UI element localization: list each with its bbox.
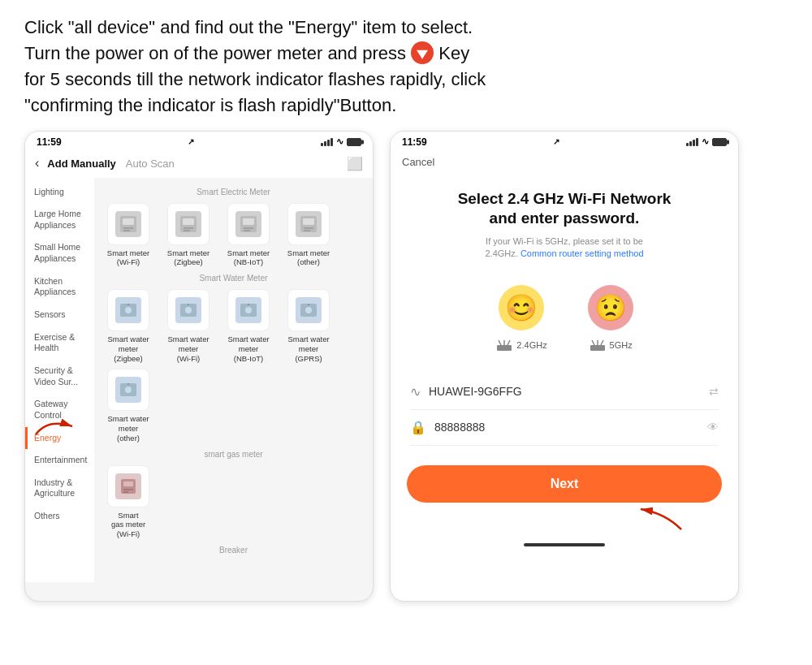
- device-smart-meter-other[interactable]: Smart meter(other): [281, 203, 336, 268]
- router-setting-link[interactable]: Common router setting method: [520, 248, 644, 258]
- router-icon-5: [589, 339, 607, 352]
- wifi-password-row[interactable]: 🔒 88888888 👁: [410, 410, 719, 446]
- scan-qr-icon[interactable]: ⬜: [347, 156, 363, 171]
- wifi-icon1: ∿: [336, 136, 343, 147]
- sidebar-item-industry[interactable]: Industry & Agriculture: [25, 472, 94, 505]
- phone1-nav: ‹ Add Manually Auto Scan ⬜: [25, 151, 373, 178]
- wifi-network-value: HUAWEI-9G6FFG: [429, 385, 701, 398]
- svg-line-41: [592, 340, 594, 345]
- device-smart-meter-wifi[interactable]: Smart meter(Wi-Fi): [101, 203, 156, 268]
- device-water-nbiot[interactable]: Smart watermeter(NB-IoT): [221, 289, 276, 364]
- phone2: 11:59 ↗ ∿ Cancel Se: [390, 131, 739, 602]
- svg-point-29: [125, 386, 132, 393]
- location-arrow: ↗: [188, 137, 194, 146]
- tab-add-manually[interactable]: Add Manually: [47, 158, 116, 170]
- sidebar-item-others[interactable]: Others: [25, 505, 94, 528]
- sidebar-item-lighting[interactable]: Lighting: [25, 181, 94, 204]
- wifi-option-24ghz[interactable]: 😊 2.4GHz: [495, 285, 546, 352]
- meter-zigbee-svg: [177, 213, 200, 235]
- wifi-24ghz-label: 2.4GHz: [495, 339, 546, 352]
- svg-line-37: [499, 340, 501, 345]
- lock-icon: 🔒: [410, 420, 426, 435]
- device-smart-meter-zigbee[interactable]: Smart meter(Zigbee): [161, 203, 216, 268]
- sidebar-item-kitchen[interactable]: Kitchen Appliances: [25, 270, 94, 304]
- meter-wifi-icon: [115, 211, 141, 237]
- water-gprs-svg: [297, 299, 320, 322]
- bar4b: [696, 138, 698, 146]
- wifi-change-icon[interactable]: ⇄: [709, 385, 719, 398]
- svg-rect-5: [183, 218, 194, 225]
- router-icon-24: [495, 339, 513, 352]
- section-breaker: Breaker: [101, 546, 366, 555]
- instruction-line1: Click "all device" and find out the "Ene…: [24, 17, 473, 37]
- bar2b: [689, 141, 692, 146]
- password-toggle-icon[interactable]: 👁: [707, 421, 719, 434]
- wifi-icon2: ∿: [702, 136, 709, 147]
- device-water-other[interactable]: Smart watermeter(other): [101, 369, 156, 443]
- water-zigbee-svg: [117, 299, 140, 322]
- instruction-line2: Turn the power on of the power meter and…: [24, 43, 406, 63]
- svg-rect-13: [303, 218, 314, 225]
- device-icon-nbiot: [227, 203, 270, 245]
- wifi-password-value: 88888888: [434, 421, 699, 434]
- sidebar-item-small-home[interactable]: Small Home Appliances: [25, 236, 94, 270]
- bar1b: [686, 143, 689, 146]
- svg-line-38: [508, 340, 510, 345]
- device-name-nbiot: Smart meter(NB-IoT): [227, 248, 270, 268]
- svg-point-26: [305, 307, 312, 313]
- battery-icon1: [347, 138, 361, 146]
- sidebar-item-security[interactable]: Security & Video Sur...: [25, 360, 94, 393]
- wifi-option-5ghz[interactable]: 😟 5GHz: [588, 285, 633, 352]
- svg-rect-9: [243, 218, 254, 225]
- wifi-options-container: 😊 2.4GHz 😟: [407, 285, 722, 352]
- device-water-gprs[interactable]: Smart watermeter(GPRS): [281, 289, 336, 364]
- gas-wifi-icon: [115, 473, 141, 499]
- device-smart-meter-nbiot[interactable]: Smart meter(NB-IoT): [221, 203, 276, 268]
- water-icon-nbiot: [227, 289, 270, 331]
- wifi-signal-icon: ∿: [410, 384, 421, 399]
- connecting-icon: Connecting: [411, 41, 434, 64]
- gas-wifi-svg: [117, 475, 140, 498]
- tab-auto-scan[interactable]: Auto Scan: [126, 158, 175, 170]
- water-wifi-svg: [177, 299, 200, 322]
- device-water-wifi[interactable]: Smart watermeter(Wi-Fi): [161, 289, 216, 364]
- device-water-zigbee[interactable]: Smart watermeter(Zigbee): [101, 289, 156, 364]
- connecting-label: Connecting: [410, 35, 434, 42]
- cancel-button[interactable]: Cancel: [402, 156, 434, 168]
- sidebar-item-entertainment[interactable]: Entertainment: [25, 449, 94, 472]
- section-gas-meter: smart gas meter: [101, 450, 366, 459]
- next-button[interactable]: Next: [407, 465, 722, 503]
- back-button[interactable]: ‹: [35, 156, 39, 171]
- wifi-network-row[interactable]: ∿ HUAWEI-9G6FFG ⇄: [410, 374, 719, 410]
- water-zigbee-icon: [115, 297, 141, 323]
- signal-bars2: [686, 138, 698, 146]
- sidebar-item-sensors[interactable]: Sensors: [25, 304, 94, 326]
- device-list-content: Smart Electric Meter: [94, 178, 373, 582]
- sidebar-item-large-home[interactable]: Large Home Appliances: [25, 203, 94, 236]
- device-name-water-wifi: Smart watermeter(Wi-Fi): [167, 335, 209, 364]
- phone1-status-icons: ∿: [321, 136, 361, 147]
- water-other-svg: [117, 378, 140, 401]
- device-name-water-zigbee: Smart watermeter(Zigbee): [107, 335, 149, 364]
- water-other-icon: [115, 377, 141, 403]
- meter-zigbee-icon: [175, 211, 201, 237]
- sad-emoji: 😟: [588, 285, 633, 330]
- phone2-status-icons: ∿: [686, 136, 727, 147]
- next-arrow-svg: [624, 501, 689, 533]
- phone1: 11:59 ↗ ∿ ‹ Add Manually: [24, 131, 374, 602]
- sidebar-item-exercise[interactable]: Exercise & Health: [25, 326, 94, 360]
- phone1-status-bar: 11:59 ↗ ∿: [25, 132, 373, 151]
- svg-rect-1: [123, 218, 134, 225]
- wifi-subtitle: If your Wi-Fi is 5GHz, please set it to …: [407, 235, 722, 261]
- gas-icon-wifi: [107, 465, 149, 507]
- device-gas-wifi[interactable]: Smartgas meter(Wi-Fi): [101, 465, 156, 540]
- battery-icon2: [712, 138, 727, 146]
- device-name-other: Smart meter(other): [287, 248, 330, 268]
- water-icon-other: [107, 369, 149, 411]
- device-name-water-gprs: Smart watermeter(GPRS): [287, 335, 329, 364]
- bar2: [324, 141, 326, 146]
- phone2-status-bar: 11:59 ↗ ∿: [391, 132, 738, 151]
- svg-rect-40: [590, 345, 605, 351]
- svg-rect-32: [123, 481, 133, 486]
- water-meter-grid: Smart watermeter(Zigbee): [101, 289, 366, 443]
